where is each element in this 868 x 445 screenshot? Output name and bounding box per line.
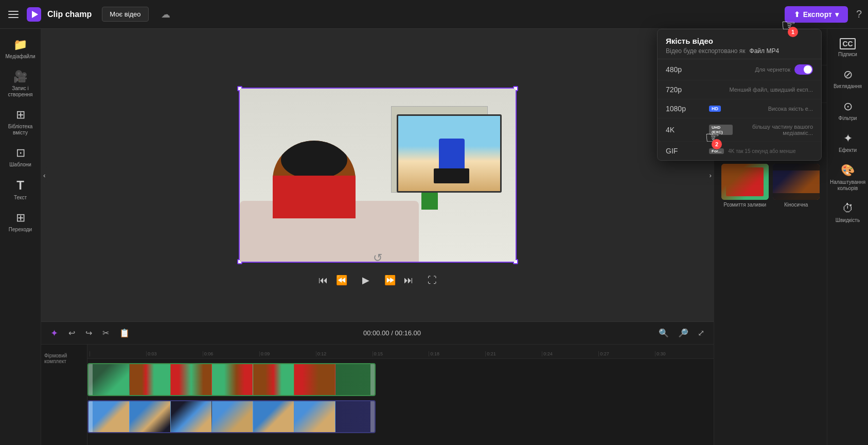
collapse-left-button[interactable]: ‹	[41, 167, 47, 183]
video-frame	[239, 88, 517, 263]
sidebar-item-effects[interactable]: ✦ Ефекти	[829, 128, 866, 158]
track-area	[87, 359, 714, 437]
time-display: 00:00.00 / 00:16.00	[363, 329, 421, 337]
sidebar-item-transitions[interactable]: ⊞ Переходи	[2, 207, 39, 237]
sidebar-item-library[interactable]: ⊞ Бібліотека вмісту	[2, 104, 39, 140]
ruler-mark-5: 0:15	[373, 351, 429, 356]
collapse-right-button[interactable]: ›	[707, 167, 714, 183]
ruler-mark-8: 0:24	[542, 351, 598, 356]
media-label: Медіафайли	[5, 54, 35, 60]
quality-1080p-label: 1080p	[666, 105, 707, 113]
basketball-segment-6	[294, 401, 335, 432]
sidebar-item-filters[interactable]: ⊙ Фільтри	[829, 96, 866, 126]
timeline-ruler: 0:03 0:06 0:09 0:12 0:15 0:18 0:21 0:24 …	[87, 345, 714, 359]
clip2-drag-left[interactable]	[88, 401, 93, 432]
filters-icon: ⊙	[843, 100, 853, 113]
quality-4k[interactable]: 4K UHD (EXC) більшу частину вашого медіа…	[658, 118, 821, 142]
ruler-mark-10: 0:30	[655, 351, 712, 356]
templates-icon: ⊡	[16, 146, 25, 160]
fullscreen-icon[interactable]: ⛶	[428, 275, 437, 286]
tv-screen	[397, 114, 502, 192]
filters-label: Фільтри	[839, 115, 857, 122]
paste-button[interactable]: 📋	[116, 326, 133, 340]
left-sidebar: 📁 Медіафайли 🎥 Запис і створення ⊞ Біблі…	[0, 29, 41, 445]
timeline-track-labels: Фірмовий комплект	[41, 345, 87, 445]
sidebar-item-speed[interactable]: ⏱ Швидкість	[829, 198, 866, 228]
help-icon[interactable]: ?	[856, 8, 862, 20]
quality-gif-label: GIF	[666, 147, 707, 155]
quality-720p[interactable]: 720p Менший файл, швидший експ...	[658, 80, 821, 99]
play-button[interactable]: ▶	[356, 270, 376, 290]
undo-button[interactable]: ↩	[65, 326, 78, 340]
menu-button[interactable]	[6, 9, 21, 20]
basketball-segment-1	[88, 401, 130, 432]
speed-icon: ⏱	[842, 202, 854, 215]
thumb-blur-fill[interactable]: Розмиття заливки	[721, 164, 769, 208]
export-upload-icon: ⬆	[794, 10, 800, 19]
sidebar-item-color-settings[interactable]: 🎨 Налаштування кольорів	[829, 160, 866, 196]
topbar-right: ⬆ Експорт ▾ ?	[785, 6, 862, 23]
cut-button[interactable]: ✂	[99, 326, 112, 340]
text-label: Текст	[14, 195, 27, 201]
step-backward-icon[interactable]: ⏪	[336, 275, 347, 286]
zoom-out-button[interactable]: 🔍	[656, 326, 672, 340]
text-icon: T	[16, 178, 24, 193]
export-format: Файл MP4	[750, 47, 780, 55]
cloud-icon: ☁	[161, 9, 170, 20]
color-correction-icon: ⊘	[843, 68, 853, 81]
skip-forward-icon[interactable]: ⏭	[404, 275, 413, 286]
topbar-left: Clip champ Моє відео ☁	[6, 7, 170, 22]
quality-gif[interactable]: GIF For... 4K так 15 секунд або менше	[658, 142, 821, 160]
captions-icon: CC	[840, 38, 855, 49]
loop-icon[interactable]: ↺	[373, 251, 382, 265]
track-clip-main[interactable]	[87, 363, 376, 396]
quality-gif-desc: 4K так 15 секунд або менше	[728, 148, 795, 154]
export-button[interactable]: ⬆ Експорт ▾	[785, 6, 848, 23]
timeline-content: Фірмовий комплект 0:03 0:06 0:09 0:12 0:…	[41, 345, 714, 445]
video-scene	[240, 89, 516, 262]
sidebar-item-record[interactable]: 🎥 Запис і створення	[2, 66, 39, 102]
brand-kit-label: Фірмовий комплект	[44, 353, 84, 364]
export-subtitle: Відео буде експортовано як Файл MP4	[666, 47, 813, 55]
sidebar-item-color-correction[interactable]: ⊘ Виглядання	[829, 64, 866, 94]
sidebar-item-text[interactable]: T Текст	[2, 174, 39, 205]
step-forward-icon[interactable]: ⏩	[384, 275, 396, 286]
thumb-blur-fill-img	[721, 164, 769, 200]
color-settings-label: Налаштування кольорів	[830, 179, 865, 192]
zoom-in-button[interactable]: 🔎	[675, 326, 692, 340]
clip2-drag-right[interactable]	[370, 401, 375, 432]
ruler-marks: 0:03 0:06 0:09 0:12 0:15 0:18 0:21 0:24 …	[90, 351, 712, 356]
export-title: Якість відео	[666, 37, 813, 45]
thumb-blur-fill-label: Розмиття заливки	[721, 202, 769, 208]
clip-segment-5	[253, 364, 294, 395]
fit-timeline-button[interactable]: ⤢	[695, 326, 707, 340]
record-icon: 🎥	[13, 70, 27, 83]
quality-1080p[interactable]: 1080p HD Висока якість е...	[658, 99, 821, 118]
clip-drag-right[interactable]	[370, 364, 375, 395]
basketball-segment-2	[130, 401, 171, 432]
effects-icon: ✦	[843, 132, 853, 145]
zoom-controls: 🔍 🔎 ⤢	[656, 326, 707, 340]
ruler-mark-2: 0:06	[203, 351, 259, 356]
clip-thumbnail-secondary	[88, 401, 375, 432]
my-video-button[interactable]: Моє відео	[102, 7, 148, 22]
clip-segment-6	[294, 364, 335, 395]
magic-button[interactable]: ✦	[47, 326, 61, 341]
thumb-cinematic[interactable]: Кіносична	[773, 164, 820, 208]
sidebar-item-media[interactable]: 📁 Медіафайли	[2, 34, 39, 64]
sidebar-item-templates[interactable]: ⊡ Шаблони	[2, 142, 39, 172]
ruler-mark-7: 0:21	[485, 351, 542, 356]
quality-hd-badge: HD	[709, 106, 721, 112]
skip-backward-icon[interactable]: ⏮	[318, 275, 328, 286]
quality-480p[interactable]: 480p Для чернеток	[658, 59, 821, 80]
quality-for-badge: For...	[709, 148, 724, 154]
quality-480p-toggle[interactable]	[794, 64, 813, 75]
clip-drag-left[interactable]	[88, 364, 93, 395]
library-label: Бібліотека вмісту	[5, 124, 36, 136]
timeline-tracks: 0:03 0:06 0:09 0:12 0:15 0:18 0:21 0:24 …	[87, 345, 714, 445]
ruler-mark-9: 0:27	[598, 351, 655, 356]
redo-button[interactable]: ↪	[82, 326, 95, 340]
track-clip-secondary[interactable]	[87, 400, 376, 433]
clip-segment-1	[88, 364, 130, 395]
sidebar-item-captions[interactable]: CC Підписи	[829, 34, 866, 62]
